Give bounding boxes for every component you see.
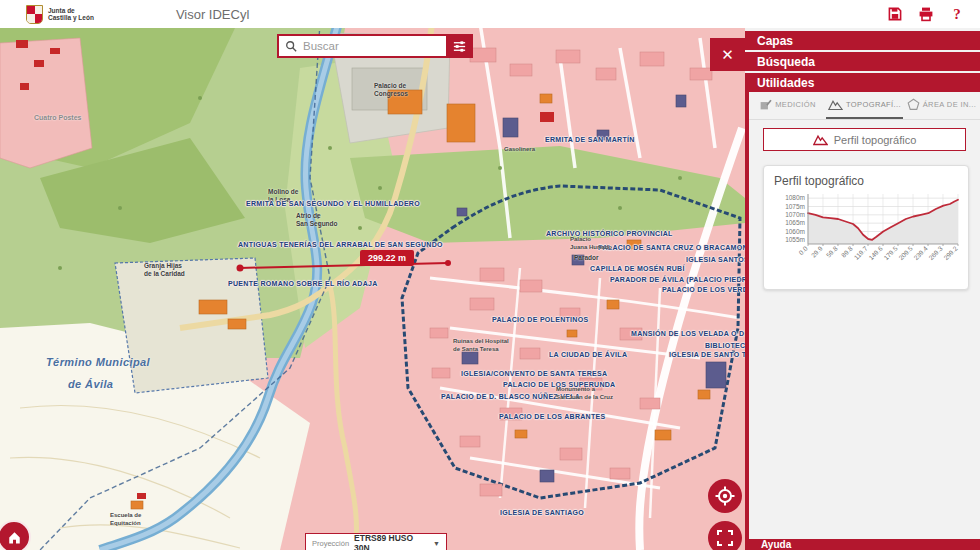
jcyl-logo[interactable]: Junta de Castilla y León [26,5,94,24]
mountain-icon [828,98,843,111]
jcyl-shield-icon [26,5,43,24]
accordion-utilidades[interactable]: Utilidades [745,73,980,92]
polygon-icon [907,98,920,111]
mountain-icon [813,133,828,146]
side-panel: Capas Búsqueda Utilidades MEDICIÓN TOPOG… [745,28,980,550]
logo-text: Junta de Castilla y León [48,7,94,21]
tab-topografia[interactable]: TOPOGRAFÍ... [826,92,903,119]
chart-title: Perfil topográfico [774,174,960,188]
projection-value: ETRS89 HUSO 30N [354,533,428,550]
svg-text:59.8: 59.8 [825,244,839,258]
map-canvas[interactable]: Cuatro PostesPalacio de CongresosERMITA … [0,28,745,550]
svg-text:119.7: 119.7 [853,244,869,260]
measure-icon [759,98,772,111]
svg-text:0.0: 0.0 [797,244,809,256]
svg-text:149.6: 149.6 [867,244,884,261]
svg-text:1075m: 1075m [785,203,805,210]
geolocate-button[interactable] [708,479,742,513]
save-button[interactable] [886,5,904,23]
print-icon [918,6,934,22]
svg-text:1060m: 1060m [785,228,805,235]
tab-area-influencia[interactable]: ÁREA DE IN... [903,92,980,119]
app-window: Junta de Castilla y León Visor IDECyl [0,0,980,550]
search-bar [277,34,473,58]
topographic-profile-card: Perfil topográfico 1080m1075m1070m1065m1… [763,165,969,290]
svg-text:239.4: 239.4 [912,244,929,261]
accordion-capas[interactable]: Capas [745,31,980,50]
projection-label: Proyección [312,539,349,548]
search-icon [285,40,297,52]
svg-text:269.3: 269.3 [927,244,944,261]
help-icon: ? [953,6,961,23]
tab-medicion[interactable]: MEDICIÓN [749,92,826,119]
save-icon [887,6,903,22]
print-button[interactable] [917,5,935,23]
expand-icon [717,530,733,546]
svg-text:1065m: 1065m [785,219,805,226]
svg-text:209.5: 209.5 [897,244,914,261]
accordion-ayuda[interactable]: Ayuda [749,539,980,550]
home-button[interactable] [0,520,31,550]
target-icon [715,486,735,506]
help-button[interactable]: ? [948,5,966,23]
home-icon [7,530,22,545]
svg-text:1070m: 1070m [785,211,805,218]
projection-select[interactable]: Proyección ETRS89 HUSO 30N ▼ [305,533,447,550]
search-input[interactable] [301,39,446,53]
close-icon: ✕ [721,46,734,64]
map-base-layer [0,28,745,550]
svg-text:179.5: 179.5 [882,244,899,261]
topographic-profile-chart: 1080m1075m1070m1065m1060m1055m0.029.959.… [774,188,964,288]
close-panel-button[interactable]: ✕ [710,38,745,71]
search-filter-button[interactable] [446,34,473,58]
sliders-icon [452,39,467,54]
topographic-profile-button[interactable]: Perfil topográfico [763,128,966,151]
chevron-down-icon: ▼ [433,540,440,547]
header-bar: Junta de Castilla y León Visor IDECyl [0,0,980,29]
svg-text:29.9: 29.9 [810,244,824,258]
svg-text:1055m: 1055m [785,236,805,243]
svg-text:299.2: 299.2 [942,244,959,261]
utilities-tabs: MEDICIÓN TOPOGRAFÍ... ÁREA DE IN... [749,92,980,120]
utilities-panel: MEDICIÓN TOPOGRAFÍ... ÁREA DE IN... [745,92,980,550]
page-title: Visor IDECyl [176,7,249,22]
fullscreen-button[interactable] [708,521,742,550]
accordion-busqueda[interactable]: Búsqueda [745,52,980,71]
measurement-badge: 299.22 m [360,250,414,266]
svg-text:1080m: 1080m [785,194,805,201]
